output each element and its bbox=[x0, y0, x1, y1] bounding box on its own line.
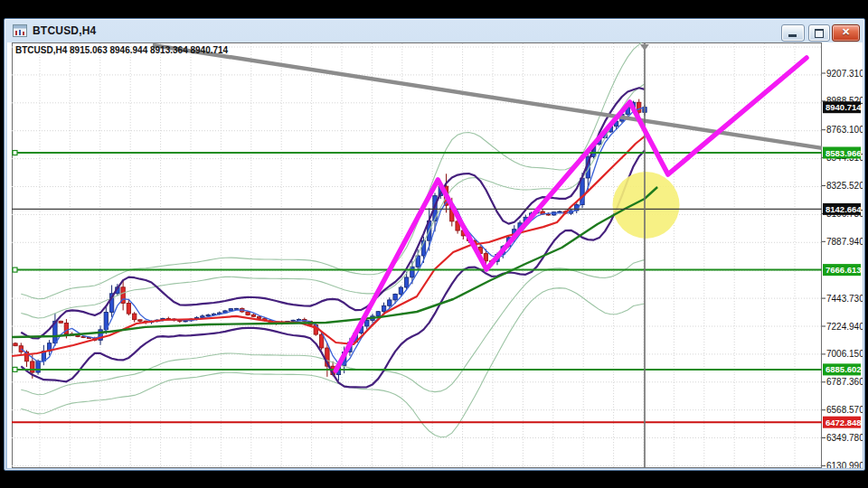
price-badge-label: 8940.714 bbox=[826, 102, 862, 112]
line-handle[interactable] bbox=[13, 151, 17, 155]
axis-tick-label: 7887.940 bbox=[826, 237, 863, 247]
axis-tick-label: 8763.100 bbox=[826, 125, 863, 135]
ohlc-info-line: BTCUSD,H4 8915.063 8946.944 8913.364 894… bbox=[15, 45, 229, 55]
highlight-circle[interactable] bbox=[613, 172, 680, 239]
title-bar[interactable]: BTCUSD,H4 ✕ bbox=[5, 19, 864, 42]
price-badge-label: 6472.848 bbox=[826, 418, 862, 427]
line-handle[interactable] bbox=[13, 267, 17, 272]
price-badge-label: 8142.664 bbox=[826, 204, 862, 214]
axis-tick-label: 8325.520 bbox=[826, 181, 863, 191]
price-chart[interactable]: 9207.3108988.5208763.1008544.3108325.520… bbox=[7, 42, 863, 468]
line-handle[interactable] bbox=[13, 367, 17, 371]
axis-tick-label: 6568.570 bbox=[826, 405, 863, 415]
restore-icon bbox=[815, 29, 824, 38]
chart-window: BTCUSD,H4 ✕ 9207.3108988.5208763.1008544… bbox=[4, 18, 865, 471]
minimize-button[interactable] bbox=[781, 24, 805, 42]
axis-tick-label: 6787.360 bbox=[826, 377, 863, 387]
axis-tick-label: 6349.780 bbox=[826, 433, 863, 443]
close-icon: ✕ bbox=[842, 26, 850, 37]
restore-button[interactable] bbox=[808, 24, 830, 42]
price-badge-label: 7666.613 bbox=[826, 265, 862, 275]
axis-tick-label: 7224.940 bbox=[826, 322, 863, 332]
window-title: BTCUSD,H4 bbox=[33, 24, 96, 37]
chart-client-area: 9207.3108988.5208763.1008544.3108325.520… bbox=[7, 42, 863, 468]
minimize-icon bbox=[788, 34, 797, 37]
price-badge-label: 8583.966 bbox=[826, 148, 862, 158]
screen-background: { "window": { "title": "BTCUSD,H4", "con… bbox=[0, 0, 868, 488]
axis-tick-label: 7443.730 bbox=[826, 294, 863, 304]
close-button[interactable]: ✕ bbox=[832, 24, 860, 42]
price-badge-label: 6885.602 bbox=[826, 364, 862, 374]
axis-tick-label: 9207.310 bbox=[826, 69, 863, 79]
axis-tick-label: 7006.150 bbox=[826, 349, 863, 359]
chart-icon bbox=[13, 24, 27, 37]
axis-tick-label: 6130.990 bbox=[826, 461, 863, 468]
